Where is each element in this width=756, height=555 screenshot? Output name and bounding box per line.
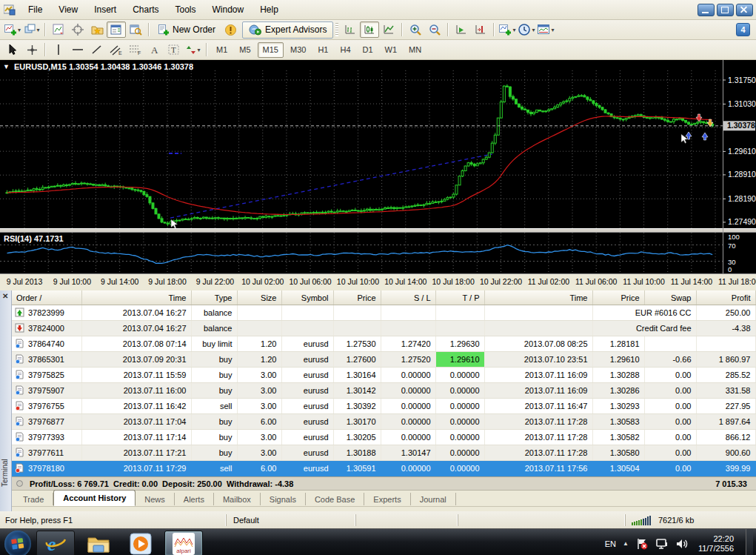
column-header[interactable]: Time: [484, 290, 592, 305]
network-icon[interactable]: [655, 538, 669, 550]
tab-alerts[interactable]: Alerts: [175, 493, 214, 505]
restore-button[interactable]: [717, 4, 734, 16]
new-order-button[interactable]: New Order: [153, 21, 221, 38]
arrows-tool-button[interactable]: [184, 41, 203, 58]
timeframe-h4[interactable]: H4: [335, 42, 355, 58]
periods-button[interactable]: [517, 21, 536, 38]
expert-advisors-button[interactable]: Expert Advisors: [242, 21, 333, 39]
new-chart-button[interactable]: [3, 21, 22, 38]
tab-journal[interactable]: Journal: [411, 493, 456, 505]
text-tool-button[interactable]: A: [145, 41, 164, 58]
column-header[interactable]: Profit: [696, 290, 755, 305]
taskbar-ie-button[interactable]: e: [36, 531, 75, 555]
trendline-tool-button[interactable]: [87, 41, 107, 58]
status-profile[interactable]: Default: [226, 514, 355, 526]
column-header[interactable]: Size: [237, 290, 281, 305]
table-row[interactable]: 378653012013.07.09 20:31buy1.20eurusd1.2…: [12, 352, 755, 368]
zoom-in-button[interactable]: [406, 21, 425, 38]
menu-view[interactable]: View: [50, 2, 86, 17]
cursor-tool-button[interactable]: [3, 41, 22, 58]
equidistant-channel-tool-button[interactable]: E: [107, 41, 126, 58]
taskbar-alpari-button[interactable]: alpari: [164, 531, 203, 555]
column-header[interactable]: Time: [81, 290, 191, 305]
close-button[interactable]: [736, 4, 753, 16]
data-window-button[interactable]: [126, 21, 145, 38]
tick-chart-button[interactable]: [49, 21, 68, 38]
start-button[interactable]: [4, 531, 31, 555]
column-header[interactable]: Price: [592, 290, 644, 305]
crosshair-target-button[interactable]: [68, 21, 87, 38]
language-indicator[interactable]: EN: [605, 539, 616, 548]
timeframe-mn[interactable]: MN: [404, 42, 426, 58]
column-header[interactable]: Symbol: [281, 290, 333, 305]
action-center-flag-icon[interactable]: [635, 538, 649, 550]
menu-insert[interactable]: Insert: [86, 2, 124, 17]
tab-news[interactable]: News: [136, 493, 175, 505]
column-header[interactable]: T / P: [435, 290, 484, 305]
table-row[interactable]: 379781802013.07.11 17:29sell6.00eurusd1.…: [12, 461, 755, 476]
column-header[interactable]: Order /: [12, 290, 81, 305]
minimize-button[interactable]: [698, 4, 715, 16]
timeframe-m15[interactable]: M15: [258, 42, 284, 58]
auto-scroll-button[interactable]: [452, 21, 471, 38]
app-icon[interactable]: [4, 4, 16, 16]
column-header[interactable]: Price: [333, 290, 381, 305]
line-chart-button[interactable]: [379, 21, 398, 38]
timeframe-m30[interactable]: M30: [285, 42, 311, 58]
text-label-tool-button[interactable]: T: [164, 41, 184, 58]
volume-icon[interactable]: [675, 538, 689, 550]
taskbar-clock[interactable]: 22:20 11/7/2556: [698, 534, 734, 554]
templates-button[interactable]: [536, 21, 555, 38]
timeframe-h1[interactable]: H1: [312, 42, 333, 58]
table-header-row[interactable]: Order /TimeTypeSizeSymbolPriceS / LT / P…: [12, 290, 755, 305]
market-watch-button[interactable]: [107, 21, 126, 38]
table-row[interactable]: 379759072013.07.11 16:00buy3.00eurusd1.3…: [12, 383, 755, 399]
feedback-badge[interactable]: 4: [736, 23, 750, 36]
taskbar-wmp-button[interactable]: [122, 531, 159, 555]
candlestick-chart-button[interactable]: [360, 21, 379, 38]
tab-signals[interactable]: Signals: [261, 493, 306, 505]
table-row[interactable]: 378647402013.07.08 07:14buy limit1.20eur…: [12, 336, 755, 352]
fibonacci-tool-button[interactable]: F: [126, 41, 145, 58]
vertical-line-tool-button[interactable]: [49, 41, 68, 58]
show-desktop-button[interactable]: [746, 529, 753, 555]
menu-help[interactable]: Help: [252, 2, 287, 17]
tab-trade[interactable]: Trade: [14, 493, 53, 505]
table-row[interactable]: 379758252013.07.11 15:59buy3.00eurusd1.3…: [12, 368, 755, 383]
tab-account-history[interactable]: Account History: [53, 490, 136, 506]
terminal-close-icon[interactable]: ✕: [2, 293, 9, 299]
table-row[interactable]: 379776112013.07.11 17:21buy3.00eurusd1.3…: [12, 445, 755, 461]
indicators-button[interactable]: [498, 21, 517, 38]
favorites-button[interactable]: [87, 21, 107, 38]
tab-mailbox[interactable]: Mailbox: [214, 493, 261, 505]
timeframe-w1[interactable]: W1: [380, 42, 403, 58]
table-row[interactable]: 379767552013.07.11 16:42sell3.00eurusd1.…: [12, 399, 755, 414]
table-row[interactable]: 378239992013.07.04 16:27balanceEUR #6016…: [12, 305, 755, 321]
zoom-out-button[interactable]: [425, 21, 444, 38]
price-chart[interactable]: 1.317501.310301.296101.289101.281901.274…: [0, 60, 756, 290]
warning-button[interactable]: [221, 21, 240, 38]
menu-tools[interactable]: Tools: [167, 2, 204, 17]
table-row[interactable]: 379768772013.07.11 17:04buy6.00eurusd1.3…: [12, 414, 755, 430]
menu-charts[interactable]: Charts: [124, 2, 167, 17]
column-header[interactable]: S / L: [381, 290, 435, 305]
table-row[interactable]: 378240002013.07.04 16:27balanceCredit Ca…: [12, 321, 755, 336]
menu-file[interactable]: File: [20, 2, 50, 17]
timeframe-m5[interactable]: M5: [234, 42, 255, 58]
crosshair-tool-button[interactable]: [22, 41, 41, 58]
profiles-button[interactable]: [22, 21, 41, 38]
timeframe-m1[interactable]: M1: [211, 42, 233, 58]
chart-shift-button[interactable]: [471, 21, 490, 38]
horizontal-line-tool-button[interactable]: [68, 41, 87, 58]
bar-chart-button[interactable]: [341, 21, 360, 38]
tab-experts[interactable]: Experts: [364, 493, 410, 505]
one-click-trading-icon[interactable]: ▼: [3, 63, 10, 70]
column-header[interactable]: Type: [191, 290, 237, 305]
taskbar-explorer-button[interactable]: [80, 531, 117, 555]
timeframe-d1[interactable]: D1: [358, 42, 378, 58]
tray-expand-icon[interactable]: ▲: [623, 540, 629, 547]
chart-window[interactable]: 1.317501.310301.296101.289101.281901.274…: [0, 60, 756, 290]
table-row[interactable]: 379773932013.07.11 17:14buy3.00eurusd1.3…: [12, 430, 755, 445]
menu-window[interactable]: Window: [204, 2, 252, 17]
column-header[interactable]: Swap: [644, 290, 696, 305]
